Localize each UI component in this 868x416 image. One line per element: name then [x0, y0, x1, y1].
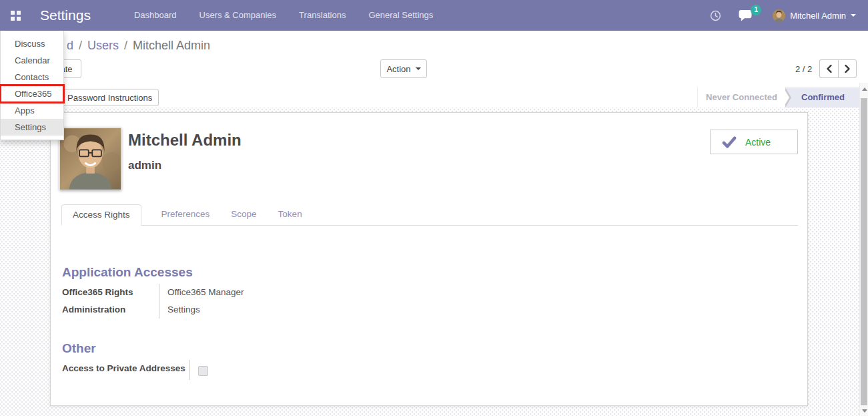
messages-button[interactable]: 1	[739, 9, 753, 21]
breadcrumb-separator: /	[79, 39, 82, 53]
app-title: Settings	[40, 7, 91, 23]
field-label-office365-rights: Office365 Rights	[62, 284, 159, 301]
chevron-left-icon	[826, 64, 833, 73]
navbar-systray: 1 Mitchell Admin	[693, 9, 868, 22]
notebook-tabs: Access Rights Preferences Scope Token	[61, 204, 798, 226]
section-title-other: Other	[62, 341, 96, 356]
pager-counter: 2 / 2	[795, 64, 812, 74]
tab-scope[interactable]: Scope	[220, 204, 267, 225]
navbar-menu: Dashboard Users & Companies Translations…	[123, 0, 444, 31]
clock-icon	[710, 10, 721, 21]
apps-menu-item-contacts[interactable]: Contacts	[1, 69, 63, 85]
action-dropdown-label: Action	[386, 64, 410, 74]
breadcrumb-item-partial[interactable]: d	[67, 39, 73, 53]
section-title-application-accesses: Application Accesses	[62, 265, 193, 280]
apps-grid-icon	[11, 11, 21, 21]
field-value-office365-rights[interactable]: Office365 Manager	[159, 284, 244, 301]
triangle-up-icon[interactable]	[862, 87, 867, 91]
tab-preferences[interactable]: Preferences	[151, 204, 221, 225]
apps-menu-button[interactable]	[0, 0, 31, 31]
field-row: Administration Settings	[62, 301, 244, 319]
breadcrumb-item-current: Mitchell Admin	[133, 39, 210, 53]
statusbar-state-never-connected[interactable]: Never Connected	[698, 87, 785, 108]
scrollbar-thumb[interactable]	[861, 98, 867, 405]
caret-down-icon	[416, 67, 421, 70]
pager	[819, 59, 857, 78]
statusbar-state-confirmed[interactable]: Confirmed	[785, 87, 859, 108]
top-navbar: Settings Dashboard Users & Companies Tra…	[0, 0, 868, 31]
apps-menu-item-settings[interactable]: Settings	[1, 119, 63, 136]
field-row: Office365 Rights Office365 Manager	[62, 284, 244, 301]
user-name-title: Mitchell Admin	[128, 131, 242, 150]
apps-menu-item-calendar[interactable]: Calendar	[1, 52, 63, 69]
user-form-sheet: Mitchell Admin admin Active Access Right…	[50, 112, 808, 406]
nav-item-dashboard[interactable]: Dashboard	[123, 0, 188, 31]
action-dropdown-button[interactable]: Action	[380, 59, 427, 78]
nav-item-general-settings[interactable]: General Settings	[357, 0, 444, 31]
statusbar-states: Never Connected Confirmed	[697, 87, 859, 108]
field-cell-private-addresses	[190, 360, 208, 380]
caret-down-icon	[851, 14, 856, 17]
triangle-down-icon[interactable]	[862, 409, 867, 413]
field-label-private-addresses: Access to Private Addresses	[62, 360, 190, 380]
apps-dropdown-menu: Discuss Calendar Contacts Office365 Apps…	[0, 31, 64, 140]
nav-item-translations[interactable]: Translations	[288, 0, 357, 31]
user-avatar	[773, 9, 785, 22]
apps-menu-item-discuss[interactable]: Discuss	[1, 35, 63, 52]
field-label-administration: Administration	[62, 301, 159, 319]
form-view-background: Mitchell Admin admin Active Access Right…	[0, 108, 859, 416]
breadcrumb-separator: /	[124, 39, 127, 53]
user-menu-button[interactable]: Mitchell Admin	[773, 9, 856, 22]
chevron-right-icon	[844, 64, 851, 73]
private-addresses-checkbox[interactable]	[198, 366, 208, 376]
other-fields: Access to Private Addresses	[62, 360, 208, 380]
tab-access-rights[interactable]: Access Rights	[61, 204, 141, 226]
messages-count-badge: 1	[751, 5, 761, 15]
field-row: Access to Private Addresses	[62, 360, 208, 380]
active-stat-label: Active	[745, 137, 771, 148]
user-menu-label: Mitchell Admin	[790, 11, 846, 21]
activities-button[interactable]	[710, 10, 721, 21]
vertical-scrollbar[interactable]	[859, 83, 868, 416]
field-value-administration[interactable]: Settings	[159, 301, 200, 319]
user-photo[interactable]	[59, 128, 121, 190]
breadcrumb: d / Users / Mitchell Admin	[67, 39, 210, 53]
active-stat-button[interactable]: Active	[710, 130, 798, 154]
apps-menu-item-office365[interactable]: Office365	[1, 85, 63, 102]
nav-item-users-companies[interactable]: Users & Companies	[188, 0, 288, 31]
password-instructions-button[interactable]: Password Instructions	[61, 89, 159, 106]
apps-menu-item-apps[interactable]: Apps	[1, 102, 63, 119]
application-accesses-fields: Office365 Rights Office365 Manager Admin…	[62, 284, 244, 319]
user-portrait-illustration	[60, 128, 121, 190]
pager-next-button[interactable]	[838, 59, 857, 78]
check-icon	[722, 136, 737, 148]
odoo-app-window: Mitchell Admin admin Active Access Right…	[0, 0, 868, 416]
breadcrumb-item-users[interactable]: Users	[87, 39, 119, 53]
pager-previous-button[interactable]	[819, 59, 838, 78]
user-avatar-illustration	[773, 9, 785, 22]
form-statusbar: Password Instructions Never Connected Co…	[0, 87, 859, 108]
tab-token[interactable]: Token	[268, 204, 313, 225]
user-login: admin	[128, 159, 161, 172]
